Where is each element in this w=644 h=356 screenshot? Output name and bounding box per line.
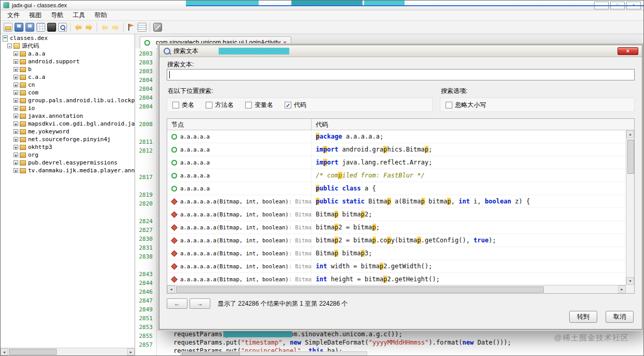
expand-icon[interactable]: + [14, 83, 18, 87]
toolbar-button-wrench-icon[interactable] [153, 22, 163, 32]
expand-icon[interactable]: + [14, 75, 18, 79]
toolbar-button-back-icon[interactable] [73, 22, 83, 32]
next-results-button[interactable]: → [190, 298, 210, 309]
tree-hscrollbar[interactable]: ◄ ► [1, 348, 135, 355]
collapse-icon[interactable]: - [7, 44, 12, 48]
expand-icon[interactable]: + [14, 98, 18, 103]
expand-icon[interactable]: + [14, 137, 18, 142]
menu-item-2[interactable]: 视图 [24, 11, 46, 20]
tree-item-package[interactable]: +pub.devrel.easypermissions [1, 159, 135, 167]
toolbar-button-log-icon[interactable] [137, 22, 147, 32]
expand-icon[interactable]: + [14, 160, 18, 165]
result-row[interactable]: a.a.a.a.aimport android.graphics.Bitmap; [167, 143, 626, 156]
tree-item-package[interactable]: +cn [1, 81, 135, 89]
scroll-track[interactable] [8, 348, 127, 355]
result-row[interactable]: a.a.a.a.a.a(Bitmap, int, boolean) : Bitm… [167, 260, 626, 273]
expand-icon[interactable]: + [14, 168, 18, 173]
expand-icon[interactable]: + [14, 145, 18, 149]
column-header-code[interactable]: 代码 [312, 119, 634, 130]
tree-item-package[interactable]: +group.pals.android.lib.ui.lockpatte [1, 97, 135, 104]
scroll-left-icon[interactable]: ◄ [1, 348, 8, 355]
scope-option-unchecked[interactable]: 变量名 [245, 101, 273, 109]
result-row[interactable]: a.a.a.a.a.a(Bitmap, int, boolean) : Bitm… [167, 273, 626, 285]
results-vscrollbar[interactable]: ▲ ▼ [626, 130, 634, 285]
menu-item-1[interactable]: 文件 [3, 11, 24, 20]
toolbar-button-forward-icon[interactable] [84, 22, 94, 32]
tree-item-package[interactable]: +android.support [1, 58, 135, 65]
checkbox-unchecked[interactable] [206, 102, 212, 108]
line-number: 2803 [136, 50, 156, 59]
expand-icon[interactable]: + [14, 106, 18, 111]
result-row[interactable]: a.a.a.a.a.a(Bitmap, int, boolean) : Bitm… [167, 195, 626, 208]
scroll-up-icon[interactable]: ▲ [626, 130, 634, 138]
scroll-down-icon[interactable]: ▼ [626, 277, 634, 285]
toolbar-button-search-icon[interactable] [58, 22, 68, 32]
scroll-right-icon[interactable]: ► [618, 285, 626, 293]
toolbar-button-bookmark-icon[interactable] [126, 22, 136, 32]
toolbar-button-nav-back-icon[interactable] [100, 22, 110, 32]
tree-root-classes-dex[interactable]: classes.dex [1, 34, 135, 42]
checkbox-checked[interactable]: ✓ [285, 102, 291, 108]
prev-results-button[interactable]: ← [167, 298, 187, 309]
scroll-right-icon[interactable]: ► [127, 348, 135, 355]
search-option-unchecked[interactable]: 忽略大小写 [446, 101, 486, 109]
expand-icon[interactable]: + [14, 67, 18, 72]
tree-item-package[interactable]: +b [1, 65, 135, 73]
tree-item-package[interactable]: +mapsdkvi.com.gdi.bgl.android.java [1, 120, 135, 128]
tree-item-source-code[interactable]: -源代码 [1, 42, 135, 50]
checkbox-unchecked[interactable] [245, 102, 252, 108]
result-row[interactable]: a.a.a.a.apublic class a { [167, 182, 626, 195]
menu-item-3[interactable]: 导航 [46, 11, 68, 20]
search-input[interactable] [167, 69, 635, 80]
toolbar-button-export-icon[interactable] [25, 22, 35, 32]
toolbar-button-flashlight-icon[interactable] [47, 22, 57, 32]
tree-item-package[interactable]: +okhttp3 [1, 143, 135, 151]
tree-item-package[interactable]: +me.yokeyword [1, 128, 135, 135]
result-row[interactable]: a.a.a.a.a.a(Bitmap, int, boolean) : Bitm… [167, 221, 626, 234]
result-row[interactable]: a.a.a.a.a.a(Bitmap, int, boolean) : Bitm… [167, 247, 626, 260]
scroll-thumb[interactable] [176, 286, 544, 293]
goto-button[interactable]: 转到 [569, 311, 597, 323]
scroll-thumb[interactable] [9, 349, 57, 355]
results-hscrollbar[interactable]: ◄ ► [167, 285, 626, 293]
menu-item-5[interactable]: 帮助 [90, 11, 112, 20]
expand-icon[interactable]: + [14, 129, 18, 134]
scope-option-unchecked[interactable]: 方法名 [206, 101, 234, 109]
editor-hscrollbar[interactable] [180, 351, 367, 355]
tree-item-package[interactable]: +c.a.a [1, 73, 135, 81]
result-row[interactable]: a.a.a.a.aimport java.lang.reflect.Array; [167, 156, 626, 169]
expand-icon[interactable]: + [14, 90, 18, 95]
toolbar-button-grid-icon[interactable] [36, 22, 46, 32]
menu-item-4[interactable]: 工具 [68, 11, 90, 20]
tree-item-package[interactable]: +javax.annotation [1, 112, 135, 120]
tree-item-package[interactable]: +tv.danmaku.ijk.media.player.annotat [1, 167, 135, 174]
checkbox-unchecked[interactable] [446, 102, 452, 108]
cancel-button[interactable]: 取消 [606, 311, 634, 323]
column-header-node[interactable]: 节点 [167, 119, 312, 130]
tree-item-package[interactable]: +com [1, 89, 135, 97]
tree-item-package[interactable]: +io [1, 104, 135, 112]
scope-option-unchecked[interactable]: 类名 [172, 101, 194, 109]
expand-icon[interactable]: + [14, 121, 18, 126]
result-row[interactable]: a.a.a.a.a.a(Bitmap, int, boolean) : Bitm… [167, 234, 626, 247]
toolbar-button-nav-forward-icon[interactable] [111, 22, 120, 32]
expand-icon[interactable]: + [14, 59, 18, 64]
expand-icon[interactable]: + [14, 114, 18, 118]
dialog-close-button[interactable]: × [618, 47, 638, 55]
checkbox-unchecked[interactable] [172, 102, 179, 108]
tree-item-package[interactable]: +org [1, 151, 135, 159]
scroll-left-icon[interactable]: ◄ [167, 285, 175, 293]
scroll-thumb[interactable] [627, 140, 634, 174]
expand-icon[interactable]: + [14, 51, 18, 56]
scope-option-checked[interactable]: ✓代码 [285, 101, 306, 109]
package-icon [20, 168, 26, 173]
tree-item-package[interactable]: +a.a.a [1, 50, 135, 58]
scroll-thumb[interactable] [182, 352, 240, 355]
toolbar-button-open-file-icon[interactable] [3, 22, 13, 32]
expand-icon[interactable]: + [14, 153, 18, 157]
result-row[interactable]: a.a.a.a.apackage a.a.a.a.a; [167, 130, 626, 143]
tree-item-package[interactable]: +net.sourceforge.pinyin4j [1, 135, 135, 143]
toolbar-button-save-all-icon[interactable] [14, 22, 24, 32]
result-row[interactable]: a.a.a.a.a.a(Bitmap, int, boolean) : Bitm… [167, 208, 626, 221]
result-row[interactable]: a.a.a.a.a/* compiled from: FastBlur */ [167, 169, 626, 182]
